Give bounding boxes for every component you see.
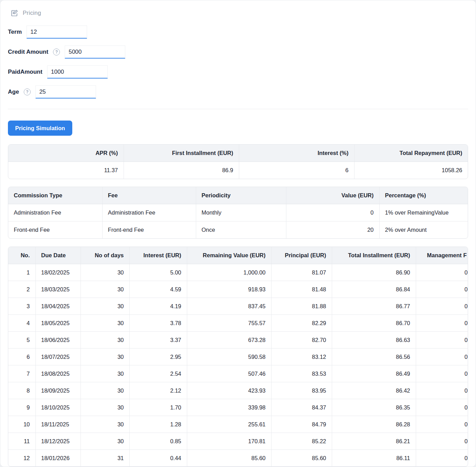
table-cell: 339.98 xyxy=(187,399,271,416)
age-input[interactable] xyxy=(35,85,96,98)
table-cell: 30 xyxy=(81,281,129,298)
table-cell: 8 xyxy=(8,382,35,399)
column-header: Percentage (%) xyxy=(379,187,468,204)
table-cell: 86.56 xyxy=(332,349,416,365)
table-cell: 83.53 xyxy=(271,365,332,382)
table-cell: 0. xyxy=(416,332,468,349)
summary-table: APR (%)First Installment (EUR)Interest (… xyxy=(8,144,468,179)
table-cell: 755.57 xyxy=(187,315,271,332)
table-cell: 30 xyxy=(81,382,129,399)
table-cell: 3.37 xyxy=(129,332,187,349)
page-title: Pricing xyxy=(23,10,41,17)
column-header: Interest (%) xyxy=(239,145,354,162)
column-header: Due Date xyxy=(35,247,81,264)
table-cell: 18/11/2025 xyxy=(35,416,81,433)
table-cell: 30 xyxy=(81,433,129,450)
table-cell: 83.95 xyxy=(271,382,332,399)
table-cell: 18/08/2025 xyxy=(35,365,81,382)
table-row: 118/02/2025305.001,000.0081.0786.900. xyxy=(8,264,468,281)
page-header: Pricing xyxy=(11,9,468,17)
table-cell: 9 xyxy=(8,399,35,416)
table-cell: 0. xyxy=(416,315,468,332)
table-cell: 5 xyxy=(8,332,35,349)
table-cell: Administration Fee xyxy=(102,204,196,221)
question-circle-icon[interactable]: ? xyxy=(24,89,31,95)
table-row: 518/06/2025303.37673.2882.7086.630. xyxy=(8,332,468,349)
table-cell: 0. xyxy=(416,416,468,433)
table-cell: 86.77 xyxy=(332,298,416,315)
commission-table: Commission TypeFeePeriodicityValue (EUR)… xyxy=(8,187,468,239)
table-row: 1218/01/2026310.4485.6085.6086.110. xyxy=(8,450,468,467)
table-cell: 18/10/2025 xyxy=(35,399,81,416)
age-label: Age xyxy=(8,89,19,95)
table-cell: 1,000.00 xyxy=(187,264,271,281)
table-cell: Monthly xyxy=(196,204,286,221)
table-cell: 0. xyxy=(416,365,468,382)
table-cell: Front-end Fee xyxy=(102,221,196,239)
table-row: 318/04/2025304.19837.4581.8886.770. xyxy=(8,298,468,315)
table-cell: 81.88 xyxy=(271,298,332,315)
table-cell: 0. xyxy=(416,281,468,298)
table-cell: 0. xyxy=(416,399,468,416)
table-cell: 4.59 xyxy=(129,281,187,298)
table-cell: 2 xyxy=(8,281,35,298)
credit-amount-input[interactable] xyxy=(65,45,125,59)
table-cell: 1.70 xyxy=(129,399,187,416)
pricing-simulation-button[interactable]: Pricing Simulation xyxy=(8,121,72,136)
column-header: Total Repayment (EUR) xyxy=(354,145,468,162)
credit-amount-label: Credit Amount xyxy=(8,49,48,55)
table-cell: 86.90 xyxy=(332,264,416,281)
table-cell: 11.37 xyxy=(8,162,124,179)
table-cell: 86.70 xyxy=(332,315,416,332)
table-cell: 18/09/2025 xyxy=(35,382,81,399)
table-cell: 4 xyxy=(8,315,35,332)
column-header: Principal (EUR) xyxy=(271,247,332,264)
table-cell: 18/02/2025 xyxy=(35,264,81,281)
table-cell: 11 xyxy=(8,433,35,450)
table-cell: 84.37 xyxy=(271,399,332,416)
column-header: Interest (EUR) xyxy=(129,247,187,264)
table-cell: 18/01/2026 xyxy=(35,450,81,467)
table-cell: 507.46 xyxy=(187,365,271,382)
column-header: Remaining Value (EUR) xyxy=(187,247,271,264)
term-label: Term xyxy=(8,29,22,35)
table-cell: 255.61 xyxy=(187,416,271,433)
column-header: Management F xyxy=(416,247,468,264)
table-cell: Once xyxy=(196,221,286,239)
table-cell: 83.12 xyxy=(271,349,332,365)
table-cell: 4.19 xyxy=(129,298,187,315)
term-field: Term xyxy=(8,25,468,39)
table-cell: 6 xyxy=(8,349,35,365)
term-input[interactable] xyxy=(27,25,87,39)
table-cell: 170.81 xyxy=(187,433,271,450)
table-cell: 0 xyxy=(286,204,379,221)
table-cell: 30 xyxy=(81,399,129,416)
table-cell: 81.07 xyxy=(271,264,332,281)
question-circle-icon[interactable]: ? xyxy=(53,49,60,55)
table-row: 818/09/2025302.12423.9383.9586.420. xyxy=(8,382,468,399)
pricing-page: Pricing Term Credit Amount ? PaidAmount … xyxy=(0,0,476,467)
table-cell: 3 xyxy=(8,298,35,315)
table-cell: 3.78 xyxy=(129,315,187,332)
column-header: No. xyxy=(8,247,35,264)
table-cell: 2.95 xyxy=(129,349,187,365)
table-cell: 84.79 xyxy=(271,416,332,433)
table-cell: 30 xyxy=(81,264,129,281)
table-cell: 30 xyxy=(81,365,129,382)
table-cell: 20 xyxy=(286,221,379,239)
paid-amount-field: PaidAmount xyxy=(8,65,468,79)
age-field: Age ? xyxy=(8,85,468,99)
table-cell: 12 xyxy=(8,450,35,467)
paid-amount-input[interactable] xyxy=(47,65,108,79)
column-header: Value (EUR) xyxy=(286,187,379,204)
table-cell: 85.60 xyxy=(271,450,332,467)
column-header: Periodicity xyxy=(196,187,286,204)
table-cell: 30 xyxy=(81,315,129,332)
table-row: Administration FeeAdministration FeeMont… xyxy=(8,204,468,221)
table-row: Front-end FeeFront-end FeeOnce202% over … xyxy=(8,221,468,239)
table-cell: 1058.26 xyxy=(354,162,468,179)
table-cell: 0. xyxy=(416,382,468,399)
table-cell: 0.44 xyxy=(129,450,187,467)
table-cell: 30 xyxy=(81,416,129,433)
schedule-header-row: No.Due DateNo of daysInterest (EUR)Remai… xyxy=(8,247,468,264)
